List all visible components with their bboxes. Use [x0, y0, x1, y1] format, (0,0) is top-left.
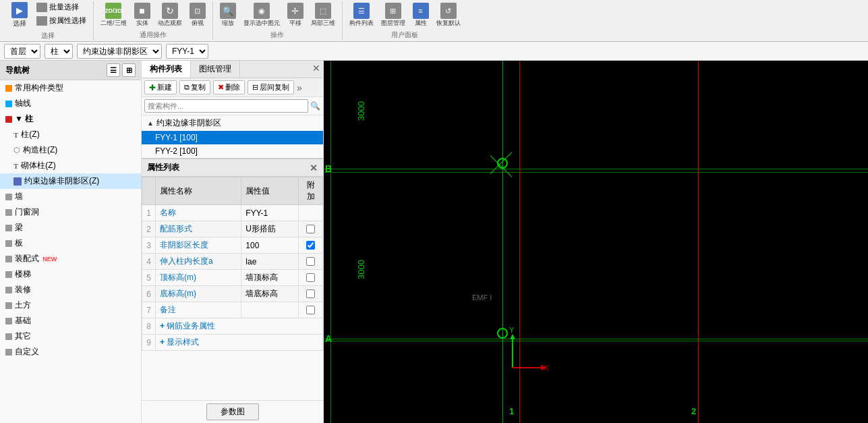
prop-attach-1[interactable]	[299, 205, 323, 221]
tab-drawing-mgr[interactable]: 图纸管理	[191, 61, 240, 78]
tree-item-foundation[interactable]: 基础	[0, 313, 141, 329]
show-selected-button[interactable]: ◉ 显示选中图元	[241, 1, 283, 29]
interlayer-copy-button[interactable]: ⊟ 层间复制	[248, 80, 294, 94]
comp-select[interactable]: FYY-1	[166, 44, 208, 59]
tree-item-masonry-column[interactable]: T 砌体柱(Z)	[0, 158, 141, 173]
tree-item-constrained-zone[interactable]: 约束边缘非阴影区(Z)	[0, 173, 141, 189]
prop-attr-name-6[interactable]: 底标高(m)	[156, 286, 241, 302]
tree-item-constr-column[interactable]: ⬡ 构造柱(Z)	[0, 142, 141, 158]
prop-checkbox-3[interactable]	[306, 241, 315, 250]
tree-item-beam[interactable]: 梁	[0, 220, 141, 235]
prop-attach-3[interactable]	[299, 237, 323, 254]
prop-attr-val-1[interactable]: FYY-1	[241, 205, 299, 221]
2d3d-label: 二维/三维	[100, 19, 127, 28]
new-comp-button[interactable]: ✚ 新建	[144, 80, 177, 94]
delete-comp-button[interactable]: ✖ 删除	[213, 80, 245, 94]
tree-item-custom[interactable]: 自定义	[0, 344, 141, 360]
copy-comp-button[interactable]: ⧉ 复制	[179, 80, 210, 94]
prop-attr-name-5[interactable]: 顶标高(m)	[156, 270, 241, 286]
prop-row-5[interactable]: 5 顶标高(m) 墙顶标高	[142, 270, 323, 286]
prop-attr-val-5[interactable]: 墙顶标高	[241, 270, 299, 286]
prop-row-2[interactable]: 2 配筋形式 U形搭筋	[142, 221, 323, 237]
prop-attach-4[interactable]	[299, 254, 323, 270]
reset-default-button[interactable]: ↺ 恢复默认	[434, 1, 463, 29]
comp-item-fyy1[interactable]: FYY-1 [100]	[142, 131, 323, 144]
tree-item-window[interactable]: 门窗洞	[0, 204, 141, 220]
tree-item-column-z[interactable]: T 柱(Z)	[0, 127, 141, 142]
layer-mgr-button[interactable]: ⊞ 图层管理	[378, 1, 408, 29]
nav-tree-header: 导航树 ☰ ⊞	[0, 61, 141, 80]
tree-item-other[interactable]: 其它	[0, 329, 141, 344]
tree-item-decor[interactable]: 装修	[0, 282, 141, 298]
local-3d-button[interactable]: ⬚ 局部三维	[308, 1, 338, 29]
select-button[interactable]: ▶ 选择	[7, 1, 32, 30]
floor-select[interactable]: 首层	[4, 44, 40, 59]
prop-row-6[interactable]: 6 底标高(m) 墙底标高	[142, 286, 323, 302]
tree-item-earth[interactable]: 土方	[0, 298, 141, 313]
prop-attach-6[interactable]	[299, 286, 323, 302]
2d3d-button[interactable]: 2D/3D 二维/三维	[98, 1, 129, 29]
tree-item-slab[interactable]: 板	[0, 235, 141, 251]
batch-select-button[interactable]: 批量选择	[34, 1, 89, 13]
prop-checkbox-5[interactable]	[306, 273, 315, 282]
search-row: 🔍	[142, 97, 323, 115]
nav-tree-grid-btn[interactable]: ⊞	[122, 63, 136, 77]
prop-attr-name-1[interactable]: 名称	[156, 205, 241, 221]
prop-attach-5[interactable]	[299, 270, 323, 286]
tree-item-stair[interactable]: 楼梯	[0, 266, 141, 282]
prop-checkbox-7[interactable]	[306, 306, 315, 314]
prop-row-9[interactable]: 9 + 显示样式	[142, 335, 323, 351]
prop-group-label[interactable]: + 显示样式	[156, 335, 323, 351]
comp-group-header[interactable]: ▲ 约束边缘非阴影区	[142, 115, 323, 131]
prop-attr-val-4[interactable]: lae	[241, 254, 299, 270]
expand-toolbar-btn[interactable]: »	[297, 82, 302, 93]
canvas-area[interactable]: 3000 3000 B A 1 2 Y X	[324, 61, 868, 423]
top-view-button[interactable]: ⊡ 俯视	[187, 1, 208, 29]
zoom-button[interactable]: 🔍 缩放	[217, 1, 239, 29]
nav-tree-list-btn[interactable]: ☰	[107, 63, 120, 77]
tree-item-column[interactable]: ▼ 柱	[0, 111, 141, 127]
prop-attach-7[interactable]	[299, 302, 323, 318]
params-button[interactable]: 参数图	[206, 403, 259, 420]
pan-button[interactable]: ✛ 平移	[285, 1, 306, 29]
tree-item-wall[interactable]: 墙	[0, 189, 141, 204]
prop-attr-val-7[interactable]	[241, 302, 299, 318]
prop-attr-name-2[interactable]: 配筋形式	[156, 221, 241, 237]
prop-attach-2[interactable]	[299, 221, 323, 237]
prop-checkbox-2[interactable]	[306, 225, 315, 233]
attr-button[interactable]: ≡ 属性	[410, 1, 432, 29]
tree-item-prefab[interactable]: 装配式 NEW	[0, 251, 141, 266]
props-close-btn[interactable]: ✕	[310, 163, 318, 173]
prop-checkbox-4[interactable]	[306, 257, 315, 266]
comp-list-button[interactable]: ☰ 构件列表	[347, 1, 376, 29]
tree-item-common[interactable]: 常用构件类型	[0, 80, 141, 96]
comp-list-close-btn[interactable]: ✕	[312, 63, 320, 74]
dim-label-3000-top: 3000	[356, 101, 366, 121]
prop-attr-val-2[interactable]: U形搭筋	[241, 221, 299, 237]
tree-item-axis[interactable]: 轴线	[0, 96, 141, 111]
solid-button[interactable]: ■ 实体	[132, 1, 153, 29]
type-select[interactable]: 柱	[45, 44, 73, 59]
prop-attr-val-3[interactable]: 100	[241, 237, 299, 254]
prop-group-label[interactable]: + 钢筋业务属性	[156, 318, 323, 335]
prop-row-7[interactable]: 7 备注	[142, 302, 323, 318]
prop-attr-name-4[interactable]: 伸入柱内长度a	[156, 254, 241, 270]
prop-attr-name-7[interactable]: 备注	[156, 302, 241, 318]
prop-attr-val-6[interactable]: 墙底标高	[241, 286, 299, 302]
prop-row-8[interactable]: 8 + 钢筋业务属性	[142, 318, 323, 335]
prop-row-4[interactable]: 4 伸入柱内长度a lae	[142, 254, 323, 270]
prop-row-num: 8	[142, 318, 156, 335]
tab-comp-list[interactable]: 构件列表	[142, 61, 191, 78]
attr-select-button[interactable]: 按属性选择	[34, 14, 89, 27]
prop-checkbox-6[interactable]	[306, 289, 315, 298]
navbar: 首层 柱 约束边缘非阴影区 FYY-1	[0, 42, 868, 61]
zoom-label: 缩放	[222, 19, 234, 28]
orbit-button[interactable]: ↻ 动态观察	[155, 1, 185, 29]
prop-row-1[interactable]: 1 名称 FYY-1	[142, 205, 323, 221]
subtype-select[interactable]: 约束边缘非阴影区	[77, 44, 162, 59]
prop-row-3[interactable]: 3 非阴影区长度 100	[142, 237, 323, 254]
comp-item-fyy2[interactable]: FYY-2 [100]	[142, 144, 323, 158]
select-button-label: 选择	[13, 19, 26, 28]
search-input[interactable]	[144, 99, 308, 113]
prop-attr-name-3[interactable]: 非阴影区长度	[156, 237, 241, 254]
